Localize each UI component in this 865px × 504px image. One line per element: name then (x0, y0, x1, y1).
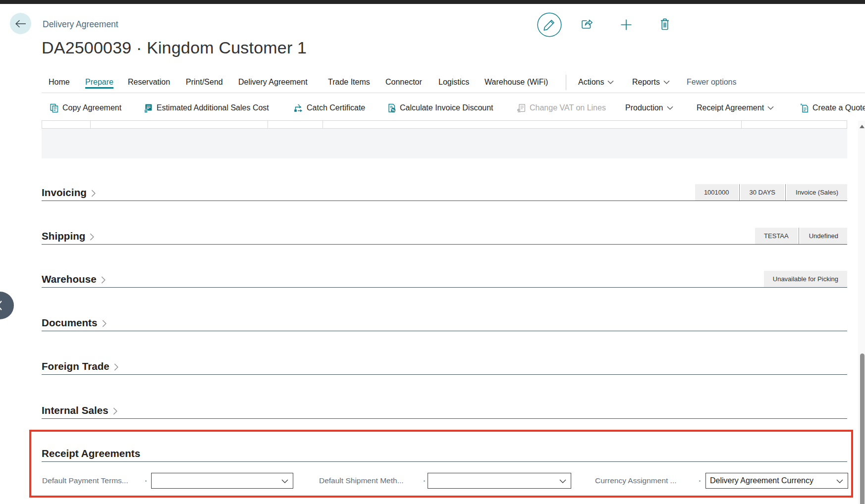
share-button[interactable] (581, 18, 594, 30)
menu-tab-label: Reservation (128, 78, 170, 87)
menu-tab-print-send[interactable]: Print/Send (186, 75, 223, 89)
action-production[interactable]: Production (625, 101, 673, 115)
field-dot (424, 480, 425, 482)
invoice-discount-icon: % (387, 103, 396, 113)
field-dot (699, 480, 701, 482)
chevron-down-icon (767, 106, 774, 110)
action-change-vat-on-lines[interactable]: Change VAT on Lines (517, 101, 606, 115)
menu-dropdown-actions[interactable]: Actions (578, 75, 614, 89)
section-summary-tiles: Unavailable for Picking (764, 271, 847, 287)
menu-divider-rule (42, 93, 865, 93)
scrollbar-up-arrow[interactable] (860, 125, 865, 128)
section-invoicing: Invoicing100100030 DAYSInvoice (Sales) (42, 184, 847, 201)
field-label-default-shipment-meth: Default Shipment Meth... (319, 476, 404, 485)
section-header-shipping[interactable]: Shipping (42, 230, 94, 242)
field-label-currency-assignment: Currency Assignment ... (595, 476, 677, 485)
menu-tab-reservation[interactable]: Reservation (128, 75, 170, 89)
chevron-right-icon (90, 233, 94, 241)
action-estimated-additional-sales-cost[interactable]: Estimated Additional Sales Cost (144, 101, 269, 115)
chevron-left-icon (0, 300, 2, 311)
section-header-invoicing[interactable]: Invoicing (42, 187, 96, 199)
create-quote-icon: * (800, 103, 809, 113)
section-internal-sales: Internal Sales (42, 402, 847, 419)
field-label-default-payment-terms: Default Payment Terms... (42, 476, 128, 485)
action-label: Calculate Invoice Discount (400, 103, 493, 112)
summary-tile[interactable]: Undefined (800, 228, 847, 244)
field-combobox-1[interactable] (151, 473, 293, 489)
summary-tile[interactable]: Unavailable for Picking (764, 271, 847, 287)
action-catch-certificate[interactable]: Catch Certificate (293, 101, 365, 115)
section-header-documents[interactable]: Documents (42, 317, 107, 329)
menu-separator (566, 75, 566, 90)
svg-text:%: % (391, 107, 395, 112)
section-summary-tiles: 100100030 DAYSInvoice (Sales) (695, 184, 847, 201)
chevron-down-icon (607, 80, 614, 84)
section-shipping: ShippingTESTAAUndefined (42, 227, 847, 245)
menu-tab-prepare[interactable]: Prepare (85, 75, 113, 89)
add-button[interactable] (620, 19, 632, 31)
chevron-down-icon (663, 80, 670, 84)
action-receipt-agreement[interactable]: Receipt Agreement (697, 101, 774, 115)
menu-tab-label: Home (49, 78, 70, 87)
section-title: Shipping (42, 230, 85, 242)
fewer-options-link[interactable]: Fewer options (687, 75, 737, 89)
menu-dropdown-label: Reports (632, 78, 660, 87)
field-combobox-2[interactable] (428, 473, 571, 489)
menu-tab-label: Warehouse (WiFi) (485, 78, 548, 87)
menu-tab-label: Logistics (438, 78, 469, 87)
top-black-bar (0, 0, 865, 4)
section-header-foreign-trade[interactable]: Foreign Trade (42, 360, 118, 372)
summary-tile[interactable]: Invoice (Sales) (787, 184, 847, 201)
section-title: Invoicing (42, 187, 87, 199)
menu-tab-logistics[interactable]: Logistics (438, 75, 469, 89)
summary-tile[interactable]: 1001000 (695, 184, 738, 201)
summary-tile[interactable]: TESTAA (755, 228, 798, 244)
grid-column-border (323, 121, 323, 128)
grid-column-border (268, 121, 268, 128)
fewer-options-label: Fewer options (687, 78, 737, 87)
edit-button[interactable] (537, 12, 562, 37)
page-menu-tabs: HomePrepareReservationPrint/SendDelivery… (0, 75, 865, 89)
menu-tab-delivery-agreement[interactable]: Delivery Agreement (238, 75, 308, 89)
action-label: Catch Certificate (307, 103, 365, 112)
field-combobox-3[interactable]: Delivery Agreement Currency (705, 473, 848, 489)
trash-icon (659, 18, 671, 31)
grid-row-sliver[interactable] (42, 120, 847, 129)
grid-column-border (741, 121, 742, 128)
section-warehouse: WarehouseUnavailable for Picking (42, 270, 847, 288)
catch-certificate-icon (293, 103, 303, 113)
section-header-internal-sales[interactable]: Internal Sales (42, 404, 117, 416)
section-documents: Documents (42, 314, 847, 331)
action-create-a-quote[interactable]: *Create a Quote (800, 101, 865, 115)
scrollbar-thumb[interactable] (860, 353, 865, 504)
share-icon (581, 18, 594, 30)
tile-separator (785, 184, 786, 201)
chevron-down-icon (667, 106, 673, 110)
section-header-warehouse[interactable]: Warehouse (42, 273, 106, 285)
menu-tab-home[interactable]: Home (49, 75, 70, 89)
menu-tab-trade-items[interactable]: Trade Items (328, 75, 370, 89)
chevron-down-icon (281, 479, 288, 483)
action-label: Estimated Additional Sales Cost (157, 103, 269, 112)
menu-tab-connector[interactable]: Connector (385, 75, 422, 89)
page-title: DA2500039 · Kingdom Customer 1 (42, 38, 307, 57)
summary-tile[interactable]: 30 DAYS (741, 184, 785, 201)
back-button[interactable] (10, 13, 31, 34)
collapse-panel-button[interactable] (0, 292, 14, 319)
menu-tab-label: Trade Items (328, 78, 370, 87)
section-title: Warehouse (42, 273, 97, 285)
menu-tab-label: Connector (385, 78, 422, 87)
action-label: Receipt Agreement (697, 103, 764, 112)
menu-tab-warehouse-wifi[interactable]: Warehouse (WiFi) (485, 75, 548, 89)
action-copy-agreement[interactable]: Copy Agreement (50, 101, 121, 115)
tile-separator (799, 228, 799, 244)
action-bar: Copy AgreementEstimated Additional Sales… (0, 101, 865, 115)
chevron-down-icon (836, 479, 843, 483)
action-label: Create a Quote (812, 103, 865, 112)
action-calculate-invoice-discount[interactable]: %Calculate Invoice Discount (387, 101, 493, 115)
menu-dropdown-reports[interactable]: Reports (632, 75, 670, 89)
chevron-right-icon (101, 276, 106, 284)
delete-button[interactable] (659, 18, 671, 31)
sales-cost-icon (144, 103, 153, 113)
chevron-right-icon (113, 407, 117, 415)
